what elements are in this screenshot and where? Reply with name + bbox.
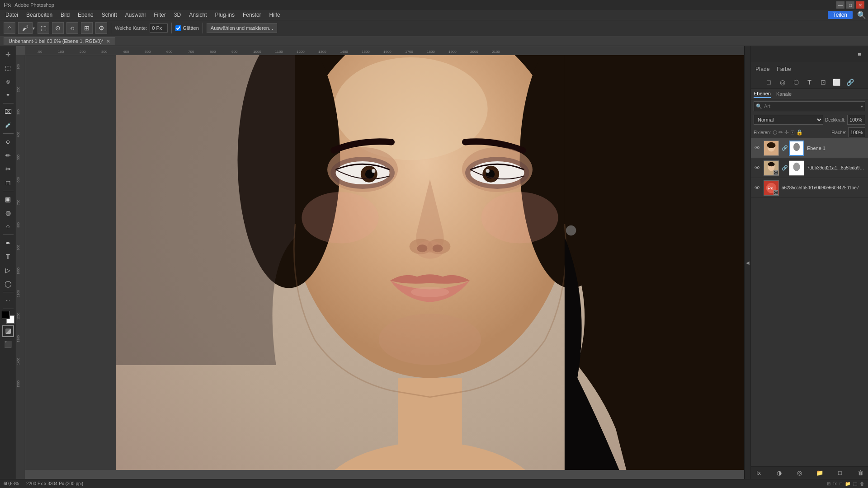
menu-schrift[interactable]: Schrift <box>98 11 121 19</box>
lasso-tool[interactable]: ⌾ <box>2 75 14 88</box>
panel-collapse-handle[interactable]: ◀ <box>744 46 750 479</box>
search-icon[interactable]: 🔍 <box>857 11 866 19</box>
layers-search-input[interactable] <box>764 103 859 109</box>
new-group-button[interactable]: 📁 <box>815 468 825 478</box>
layer-visibility-toggle[interactable]: 👁 <box>754 184 761 192</box>
blend-mode-row: Normal Deckkraft: <box>751 113 868 127</box>
status-icon-3[interactable]: □ <box>840 481 842 486</box>
rect-select-icon[interactable]: ⬚ <box>38 22 49 34</box>
blend-mode-select[interactable]: Normal <box>754 115 823 125</box>
menu-3d[interactable]: 3D <box>170 11 184 19</box>
tab-pfade[interactable]: Pfade <box>755 64 770 74</box>
ruler-label: 1600 <box>383 50 392 54</box>
tab-kanaele[interactable]: Kanäle <box>776 90 792 98</box>
lasso-select-icon[interactable]: ⌾ <box>66 22 78 34</box>
lock-position-icon[interactable]: ✛ <box>784 129 789 136</box>
layer-visibility-toggle[interactable]: 👁 <box>754 164 761 172</box>
clone-tool[interactable]: ✂ <box>2 163 14 175</box>
more-tools[interactable]: ··· <box>2 294 14 307</box>
status-icon-1[interactable]: ⊞ <box>827 481 830 486</box>
frame-icon[interactable]: ⊡ <box>818 77 828 87</box>
lock-transparent-icon[interactable]: ⬡ <box>773 129 777 136</box>
new-path-icon[interactable]: ⬡ <box>791 77 801 87</box>
opacity-input[interactable] <box>847 115 865 125</box>
status-icon-2[interactable]: fx <box>833 481 837 486</box>
layer-item[interactable]: 👁 Ps ⬡ a6285cc5fb5f61e0b90e66b9425d1be7 <box>751 178 868 198</box>
path-select-tool[interactable]: ▷ <box>2 264 14 277</box>
ellipse-select-icon[interactable]: ⊙ <box>52 22 64 34</box>
type-tool[interactable]: T <box>2 250 14 263</box>
menu-filter[interactable]: Filter <box>150 11 170 19</box>
minimize-button[interactable]: — <box>836 1 844 9</box>
new-layer-set-icon[interactable]: □ <box>764 77 774 87</box>
window-controls[interactable]: — □ ✕ <box>836 1 864 9</box>
move-tool[interactable]: ✛ <box>2 48 14 61</box>
menu-auswahl[interactable]: Auswahl <box>122 11 149 19</box>
blur-tool[interactable]: ◍ <box>2 206 14 219</box>
maximize-button[interactable]: □ <box>846 1 854 9</box>
eyedropper-tool[interactable]: 💉 <box>2 119 14 131</box>
menu-ebene[interactable]: Ebene <box>74 11 97 19</box>
search-dropdown-icon[interactable]: ▾ <box>861 104 863 109</box>
menu-hilfe[interactable]: Hilfe <box>266 11 284 19</box>
menu-datei[interactable]: Datei <box>2 11 22 19</box>
settings-icon[interactable]: ⚙ <box>95 22 107 34</box>
layer-item[interactable]: 👁 🔗 Ebene 1 <box>751 138 868 158</box>
layer-visibility-toggle[interactable]: 👁 <box>754 145 761 152</box>
screen-mode[interactable]: ⬛ <box>2 338 14 351</box>
brush-tool[interactable]: ✏ <box>2 149 14 162</box>
layers-icon-row: □ ◎ ⬡ T ⊡ ⬜ 🔗 <box>751 76 868 89</box>
lock-artboard-icon[interactable]: ⊡ <box>790 129 795 136</box>
magic-wand-tool[interactable]: ✦ <box>2 89 14 101</box>
new-adj-icon[interactable]: ◎ <box>778 77 788 87</box>
ruler-label: 2100 <box>492 50 500 54</box>
color-swatches[interactable] <box>2 311 14 324</box>
layer-item[interactable]: 👁 ⬡ 🔗 <box>751 158 868 178</box>
type-icon[interactable]: T <box>805 77 815 87</box>
add-select-icon[interactable]: ⊞ <box>81 22 93 34</box>
marquee-tool[interactable]: ⬚ <box>2 61 14 74</box>
lock-pixels-icon[interactable]: ✏ <box>778 129 783 136</box>
new-layer-button[interactable]: □ <box>835 468 845 478</box>
tab-farbe[interactable]: Farbe <box>776 64 792 74</box>
share-button[interactable]: Teilen <box>828 11 853 19</box>
gradient-tool[interactable]: ▣ <box>2 193 14 206</box>
dodge-tool[interactable]: ○ <box>2 220 14 233</box>
smooth-checkbox-label[interactable]: Glätten <box>175 25 198 31</box>
select-mask-button[interactable]: Auswählen und maskieren... <box>207 23 277 33</box>
soft-edge-input[interactable] <box>150 23 168 33</box>
menu-fenster[interactable]: Fenster <box>239 11 265 19</box>
healing-tool[interactable]: ⊕ <box>2 136 14 148</box>
home-button[interactable]: ⌂ <box>4 22 15 34</box>
link-icon[interactable]: 🔗 <box>845 77 855 87</box>
document-tab[interactable]: Unbenannt-1 bei 60,6% (Ebene 1, RGB/8)* … <box>4 37 115 45</box>
status-icon-6[interactable]: 🗑 <box>860 481 864 486</box>
status-icon-5[interactable]: ⬚ <box>853 481 857 486</box>
add-mask-button[interactable]: ◑ <box>774 468 784 478</box>
status-icon-4[interactable]: 📁 <box>845 481 850 486</box>
shape-tool[interactable]: ◯ <box>2 277 14 290</box>
panel-expand-icon[interactable]: ≡ <box>854 49 864 59</box>
menu-bearbeiten[interactable]: Bearbeiten <box>23 11 56 19</box>
delete-layer-button[interactable]: 🗑 <box>855 468 865 478</box>
quick-mask-mode[interactable] <box>2 325 14 337</box>
lock-all-icon[interactable]: 🔒 <box>796 129 803 136</box>
menu-ansicht[interactable]: Ansicht <box>185 11 210 19</box>
fill-input[interactable] <box>848 127 865 137</box>
close-button[interactable]: ✕ <box>856 1 864 9</box>
ruler-label: 1400 <box>340 50 348 54</box>
canvas-area[interactable]: -50 100 200 300 400 500 600 700 800 900 … <box>16 46 744 479</box>
artboard-icon[interactable]: ⬜ <box>832 77 842 87</box>
menu-bild[interactable]: Bild <box>57 11 73 19</box>
add-fx-button[interactable]: fx <box>754 468 764 478</box>
eraser-tool[interactable]: ◻ <box>2 176 14 189</box>
doc-tab-close[interactable]: ✕ <box>106 38 110 44</box>
crop-tool[interactable]: ⌧ <box>2 105 14 118</box>
smooth-checkbox[interactable] <box>175 25 181 31</box>
tab-ebenen[interactable]: Ebenen <box>754 90 771 98</box>
pen-tool[interactable]: ✒ <box>2 237 14 249</box>
new-fill-adj-button[interactable]: ◎ <box>794 468 804 478</box>
layers-search[interactable]: 🔍 ▾ <box>754 101 865 111</box>
menu-plugins[interactable]: Plug-ins <box>212 11 238 19</box>
brush-preset[interactable]: 🖌 ▾ <box>18 22 35 34</box>
